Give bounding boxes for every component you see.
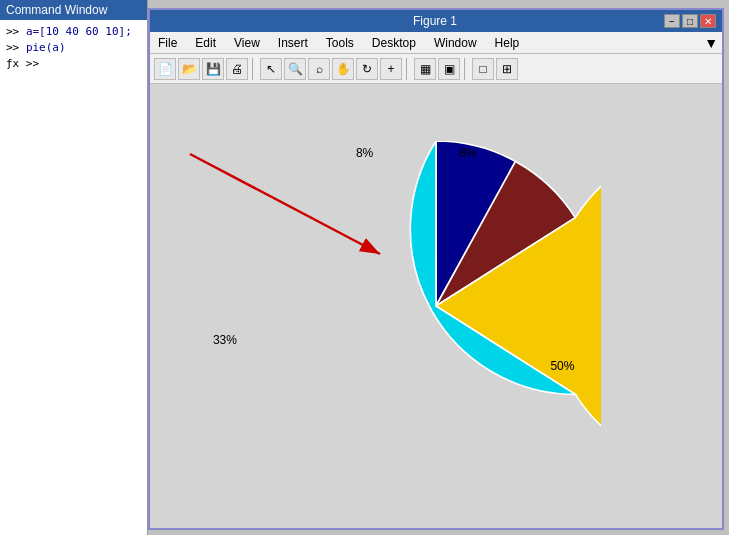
tb-zoom-out[interactable]: ⌕: [308, 58, 330, 80]
cmd-code-1: a=[10 40 60 10];: [26, 25, 132, 38]
menu-view[interactable]: View: [230, 35, 264, 51]
label-8-left: 8%: [356, 146, 373, 160]
command-window: Command Window >> a=[10 40 60 10]; >> pi…: [0, 0, 148, 535]
chart-area: 8% 8% 50% 33%: [150, 84, 722, 528]
menu-edit[interactable]: Edit: [191, 35, 220, 51]
command-window-titlebar: Command Window: [0, 0, 147, 20]
tb-open[interactable]: 📂: [178, 58, 200, 80]
command-window-content[interactable]: >> a=[10 40 60 10]; >> pie(a) ƒx >>: [0, 20, 147, 76]
tb-zoom-in[interactable]: 🔍: [284, 58, 306, 80]
command-window-title: Command Window: [6, 3, 107, 17]
tb-hide-axes[interactable]: □: [472, 58, 494, 80]
tb-insert-legend[interactable]: ▣: [438, 58, 460, 80]
menu-arrow: ▼: [704, 35, 718, 51]
cmd-prompt-1: >>: [6, 25, 26, 38]
tb-grid[interactable]: ⊞: [496, 58, 518, 80]
figure-titlebar: Figure 1 − □ ✕: [150, 10, 722, 32]
minimize-button[interactable]: −: [664, 14, 680, 28]
figure-window: Figure 1 − □ ✕ File Edit View Insert Too…: [148, 8, 724, 530]
tb-datacursor[interactable]: +: [380, 58, 402, 80]
tb-insert-colorbar[interactable]: ▦: [414, 58, 436, 80]
cmd-line-2: >> pie(a): [6, 40, 141, 56]
window-controls: − □ ✕: [664, 14, 716, 28]
menu-insert[interactable]: Insert: [274, 35, 312, 51]
restore-button[interactable]: □: [682, 14, 698, 28]
tb-sep-2: [406, 58, 410, 80]
tb-sep-1: [252, 58, 256, 80]
toolbar: 📄 📂 💾 🖨 ↖ 🔍 ⌕ ✋ ↻ + ▦ ▣ □ ⊞: [150, 54, 722, 84]
label-50: 50%: [550, 359, 574, 373]
figure-title: Figure 1: [206, 14, 664, 28]
tb-cursor[interactable]: ↖: [260, 58, 282, 80]
tb-sep-3: [464, 58, 468, 80]
close-button[interactable]: ✕: [700, 14, 716, 28]
menu-bar: File Edit View Insert Tools Desktop Wind…: [150, 32, 722, 54]
tb-save[interactable]: 💾: [202, 58, 224, 80]
tb-new[interactable]: 📄: [154, 58, 176, 80]
menu-window[interactable]: Window: [430, 35, 481, 51]
label-8-right: 8%: [459, 146, 476, 160]
cmd-code-2: pie(a): [26, 41, 66, 54]
cmd-line-1: >> a=[10 40 60 10];: [6, 24, 141, 40]
pie-chart: [271, 141, 601, 471]
menu-tools[interactable]: Tools: [322, 35, 358, 51]
tb-pan[interactable]: ✋: [332, 58, 354, 80]
label-33: 33%: [213, 333, 237, 347]
tb-print[interactable]: 🖨: [226, 58, 248, 80]
cmd-line-3: ƒx >>: [6, 56, 141, 72]
menu-desktop[interactable]: Desktop: [368, 35, 420, 51]
tb-rotate[interactable]: ↻: [356, 58, 378, 80]
cmd-prompt-2: >>: [6, 41, 26, 54]
menu-file[interactable]: File: [154, 35, 181, 51]
cmd-prompt-3: ƒx >>: [6, 57, 39, 70]
menu-help[interactable]: Help: [491, 35, 524, 51]
